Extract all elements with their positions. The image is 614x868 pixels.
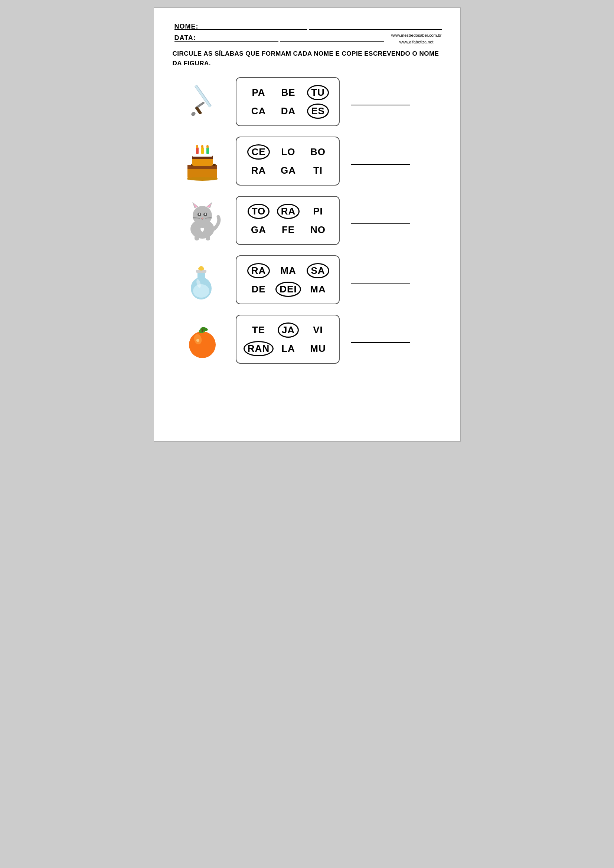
svg-rect-13 xyxy=(192,153,213,157)
svg-point-30 xyxy=(205,213,206,215)
svg-rect-37 xyxy=(206,235,210,240)
syl-1-6: ES xyxy=(307,104,329,119)
exercise-row-2: CE LO BO RA GA TI xyxy=(173,136,442,186)
syl-5-3: VI xyxy=(313,324,323,336)
website2: www.alfabetiza.net xyxy=(391,39,442,46)
syl-3-5: FE xyxy=(282,224,295,236)
svg-point-43 xyxy=(193,284,209,298)
syllable-box-2: CE LO BO RA GA TI xyxy=(236,136,340,186)
exercise-row-3: TO RA PI GA FE NO xyxy=(173,196,442,245)
bottle-icon xyxy=(186,259,219,300)
website-info: www.mestredosaber.com.br www.alfabetiza.… xyxy=(391,32,442,45)
nome-label: NOME: xyxy=(174,23,307,30)
syl-5-4: RAN xyxy=(243,341,274,356)
svg-point-19 xyxy=(206,145,209,149)
syllable-box-4: RA MA SA DE DEI MA xyxy=(236,255,340,304)
answer-area-3 xyxy=(340,215,442,226)
svg-rect-3 xyxy=(195,107,202,115)
syl-1-1: PA xyxy=(252,87,265,98)
answer-area-2 xyxy=(340,155,442,167)
syl-4-6: MA xyxy=(310,284,326,295)
exercise-row-5: TE JA VI RAN LA MU xyxy=(173,315,442,364)
svg-rect-36 xyxy=(194,235,199,240)
header-section: NOME: DATA: www.mestredosaber.com.br www… xyxy=(173,23,442,42)
answer-underline-4 xyxy=(351,274,410,284)
syl-5-5: LA xyxy=(281,343,295,354)
svg-point-45 xyxy=(189,332,216,358)
answer-area-5 xyxy=(340,333,442,345)
data-underline xyxy=(280,34,384,42)
syl-3-1: TO xyxy=(248,204,270,219)
cat-icon xyxy=(182,200,223,241)
nome-underline xyxy=(309,23,442,30)
syl-3-2: RA xyxy=(277,204,300,219)
svg-rect-49 xyxy=(202,329,203,332)
syl-1-3: TU xyxy=(307,85,329,100)
figure-sword xyxy=(173,78,232,126)
syl-4-1: RA xyxy=(247,263,270,278)
syl-2-5: GA xyxy=(281,165,296,176)
syl-2-2: LO xyxy=(281,146,295,158)
syl-2-1: CE xyxy=(247,144,270,160)
syl-1-5: DA xyxy=(281,105,296,117)
syl-5-6: MU xyxy=(310,343,326,354)
syl-4-2: MA xyxy=(280,265,296,276)
syl-4-3: SA xyxy=(307,263,329,278)
answer-area-1 xyxy=(340,96,442,107)
instructions-text: CIRCULE AS SÍLABAS QUE FORMAM CADA NOME … xyxy=(173,49,442,68)
svg-point-50 xyxy=(196,339,199,342)
answer-underline-5 xyxy=(351,333,410,343)
syl-1-4: CA xyxy=(251,105,266,117)
nome-line: NOME: xyxy=(173,23,442,31)
syl-2-4: RA xyxy=(251,165,266,176)
syl-3-4: GA xyxy=(251,224,266,236)
syl-3-6: NO xyxy=(310,224,326,236)
sword-icon xyxy=(184,81,221,122)
svg-point-17 xyxy=(196,145,198,149)
figure-cat xyxy=(173,196,232,245)
svg-point-22 xyxy=(193,206,212,225)
syl-4-5: DEI xyxy=(276,282,301,297)
worksheet-page: NOME: DATA: www.mestredosaber.com.br www… xyxy=(154,8,460,442)
cake-icon xyxy=(184,141,221,181)
svg-point-4 xyxy=(191,111,196,116)
figure-cake xyxy=(173,137,232,185)
exercise-row-4: RA MA SA DE DEI MA xyxy=(173,255,442,304)
syl-1-2: BE xyxy=(281,87,295,98)
data-line: DATA: www.mestredosaber.com.br www.alfab… xyxy=(173,34,442,42)
answer-underline-1 xyxy=(351,96,410,105)
syllable-box-5: TE JA VI RAN LA MU xyxy=(236,315,340,364)
syl-3-3: PI xyxy=(313,206,323,217)
svg-point-20 xyxy=(187,177,218,181)
svg-point-10 xyxy=(213,164,216,166)
syllable-box-3: TO RA PI GA FE NO xyxy=(236,196,340,245)
exercise-row-1: PA BE TU CA DA ES xyxy=(173,77,442,126)
orange-icon xyxy=(184,319,221,360)
syllable-box-1: PA BE TU CA DA ES xyxy=(236,77,340,126)
figure-bottle xyxy=(173,256,232,304)
syl-4-4: DE xyxy=(251,284,265,295)
syl-5-2: JA xyxy=(278,322,299,338)
svg-point-29 xyxy=(198,213,200,215)
syl-2-3: BO xyxy=(310,146,326,158)
syl-5-1: TE xyxy=(252,324,265,336)
svg-point-42 xyxy=(199,266,203,269)
syl-2-6: TI xyxy=(313,165,323,176)
answer-underline-3 xyxy=(351,215,410,224)
data-label: DATA: xyxy=(174,34,278,42)
svg-point-18 xyxy=(201,145,203,149)
website1: www.mestredosaber.com.br xyxy=(391,32,442,39)
answer-area-4 xyxy=(340,274,442,285)
figure-orange xyxy=(173,315,232,363)
answer-underline-2 xyxy=(351,155,410,165)
